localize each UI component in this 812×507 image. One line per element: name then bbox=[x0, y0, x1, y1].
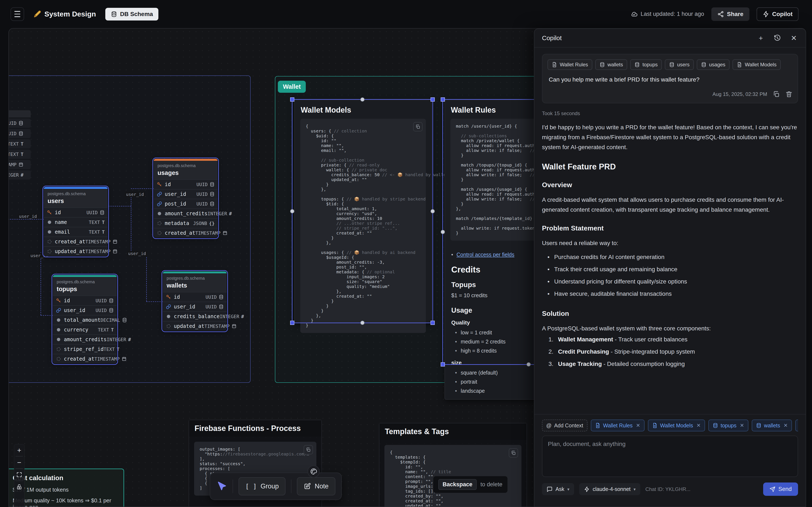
delete-message-button[interactable] bbox=[785, 91, 793, 98]
table-row[interactable]: user_idUUID bbox=[53, 305, 117, 315]
copy-code-button[interactable] bbox=[509, 448, 518, 458]
context-chip[interactable]: Wallet Rules✕ bbox=[591, 419, 645, 431]
code-block: { users: { // collection $uid: { id: "" … bbox=[300, 119, 426, 333]
table-usages[interactable]: postgres.db.schema usages idUUID user_id… bbox=[154, 159, 217, 238]
edge-table-row[interactable]: TEXTT bbox=[8, 150, 31, 159]
table-header: postgres.db.schema topups bbox=[53, 277, 117, 295]
field-icon bbox=[158, 212, 161, 215]
zoom-toolbar: + − bbox=[14, 444, 24, 507]
edge-table-row[interactable]: INTEGER# bbox=[8, 170, 31, 180]
table-row[interactable]: updated_atTIMESTAMP bbox=[44, 246, 108, 256]
history-button[interactable] bbox=[773, 34, 781, 42]
table-row[interactable]: idUUID bbox=[44, 208, 108, 217]
context-chip[interactable]: users bbox=[665, 59, 694, 70]
table-row[interactable]: emailTEXTT bbox=[44, 227, 108, 237]
send-button[interactable]: Send bbox=[763, 483, 798, 496]
context-chip[interactable]: wallets bbox=[595, 59, 627, 70]
context-chip[interactable]: topups bbox=[630, 59, 662, 70]
wallet-models-card[interactable]: Wallet Models { users: { // collection $… bbox=[294, 100, 432, 323]
table-row[interactable]: created_atTIMESTAMP bbox=[44, 237, 108, 246]
context-chip[interactable]: usages bbox=[697, 59, 729, 70]
table-row[interactable]: nameTEXTT bbox=[44, 217, 108, 227]
edge-table-row[interactable]: TIMESTAMP bbox=[8, 160, 31, 169]
context-chip[interactable]: topups✕ bbox=[708, 419, 748, 431]
table-row[interactable]: idUUID bbox=[163, 292, 227, 302]
table-row[interactable]: credits_balanceINTEGER# bbox=[163, 312, 227, 321]
table-row[interactable]: user_idUUID bbox=[154, 189, 217, 199]
context-chip[interactable]: Wallet Models bbox=[732, 59, 781, 70]
calendar-type-icon bbox=[112, 239, 117, 244]
edge-table-row[interactable]: UUID bbox=[8, 118, 31, 128]
table-row[interactable]: idUUID bbox=[53, 295, 117, 305]
close-panel-button[interactable]: ✕ bbox=[790, 34, 798, 42]
remove-chip-button[interactable]: ✕ bbox=[740, 422, 744, 429]
backspace-tooltip: Backspace to delete bbox=[433, 476, 508, 493]
templates-tags-card[interactable]: Templates & Tags { templates: { $tempId:… bbox=[379, 423, 527, 507]
table-row[interactable]: post_idUUID bbox=[154, 199, 217, 209]
copy-code-button[interactable] bbox=[413, 122, 422, 131]
table-row[interactable]: amount_creditsINTEGER# bbox=[154, 209, 217, 218]
menu-button[interactable] bbox=[11, 7, 24, 21]
edge-table-row[interactable]: UUID bbox=[8, 129, 31, 138]
new-chat-button[interactable]: + bbox=[757, 34, 765, 42]
palette-button[interactable] bbox=[307, 465, 320, 477]
zoom-in-button[interactable]: + bbox=[14, 444, 24, 456]
wallet-group-label[interactable]: Wallet bbox=[278, 81, 306, 93]
chat-scroll-area[interactable]: Wallet Rules wallets topups users usages… bbox=[535, 48, 806, 414]
db-type-icon bbox=[18, 131, 23, 136]
database-icon bbox=[669, 62, 674, 67]
connector-line bbox=[131, 188, 154, 189]
table-row[interactable]: stripe_ref_idTEXTT bbox=[53, 344, 117, 354]
db-type-icon bbox=[210, 201, 215, 207]
last-updated: Last updated: 1 hour ago bbox=[630, 11, 704, 18]
control-access-link[interactable]: Control access per fields bbox=[457, 251, 514, 258]
cursor-tool-icon[interactable] bbox=[216, 481, 227, 492]
context-chip[interactable]: users✕ bbox=[795, 419, 798, 431]
table-row[interactable]: user_idUUID bbox=[163, 302, 227, 312]
context-chip[interactable]: Wallet Models✕ bbox=[648, 419, 705, 431]
note-tool-button[interactable]: Note bbox=[297, 477, 335, 495]
table-row[interactable]: created_atTIMESTAMP bbox=[154, 228, 217, 238]
remove-chip-button[interactable]: ✕ bbox=[697, 422, 701, 429]
table-accent bbox=[53, 275, 117, 277]
foreign-key-icon bbox=[157, 191, 162, 197]
copy-code-button[interactable] bbox=[304, 445, 313, 454]
table-row[interactable]: created_atTIMESTAMP bbox=[53, 354, 117, 363]
tab-db-schema[interactable]: DB Schema bbox=[105, 8, 159, 20]
table-topups[interactable]: postgres.db.schema topups idUUID user_id… bbox=[53, 275, 117, 363]
table-row[interactable]: metadataJSONB{} bbox=[154, 218, 217, 228]
mode-select[interactable]: Ask▾ bbox=[542, 483, 574, 495]
foreign-key-icon bbox=[56, 307, 61, 313]
remove-chip-button[interactable]: ✕ bbox=[636, 422, 640, 429]
file-icon bbox=[737, 62, 742, 67]
table-row[interactable]: total_amountDECIMAL bbox=[53, 315, 117, 325]
group-tool-button[interactable]: [ ] Group bbox=[239, 477, 286, 495]
copilot-button[interactable]: Copilot bbox=[757, 7, 799, 21]
zoom-out-button[interactable]: − bbox=[14, 456, 24, 468]
edge-table-row[interactable]: TEXTT bbox=[8, 139, 31, 149]
cost-calculation-note[interactable]: Cost calculation $10 / 1M output tokens … bbox=[8, 468, 124, 507]
chat-id: Chat ID: YKLGHR... bbox=[645, 486, 691, 492]
table-wallets[interactable]: postgres.db.schema wallets idUUID user_i… bbox=[163, 272, 227, 331]
table-row[interactable]: updated_atTIMESTAMP bbox=[163, 321, 227, 331]
table-users[interactable]: postgres.db.schema users idUUID nameTEXT… bbox=[44, 187, 108, 256]
fit-view-button[interactable] bbox=[14, 469, 24, 481]
note-line: Medium quality ~ 10K tokens ⇒ $0.1 per i… bbox=[13, 497, 117, 507]
copy-message-button[interactable] bbox=[773, 91, 780, 98]
table-accent bbox=[154, 159, 217, 161]
context-chip[interactable]: wallets✕ bbox=[752, 419, 792, 431]
table-row[interactable]: amount_creditsINTEGER# bbox=[53, 334, 117, 344]
remove-chip-button[interactable]: ✕ bbox=[783, 422, 788, 429]
foreign-key-icon bbox=[166, 304, 171, 309]
model-select[interactable]: claude-4-sonnet▾ bbox=[579, 483, 640, 495]
note-title: Cost calculation bbox=[13, 474, 117, 482]
prompt-input[interactable]: Plan, document, ask anything bbox=[542, 436, 798, 477]
table-schema: postgres.db.schema bbox=[48, 191, 104, 196]
table-row[interactable]: idUUID bbox=[154, 179, 217, 189]
share-button[interactable]: Share bbox=[711, 7, 749, 21]
connector-line bbox=[131, 197, 131, 255]
context-chip[interactable]: Wallet Rules bbox=[548, 59, 592, 70]
table-row[interactable]: currencyTEXTT bbox=[53, 325, 117, 334]
add-context-button[interactable]: @Add Context bbox=[542, 419, 588, 431]
lock-button[interactable] bbox=[14, 481, 24, 493]
